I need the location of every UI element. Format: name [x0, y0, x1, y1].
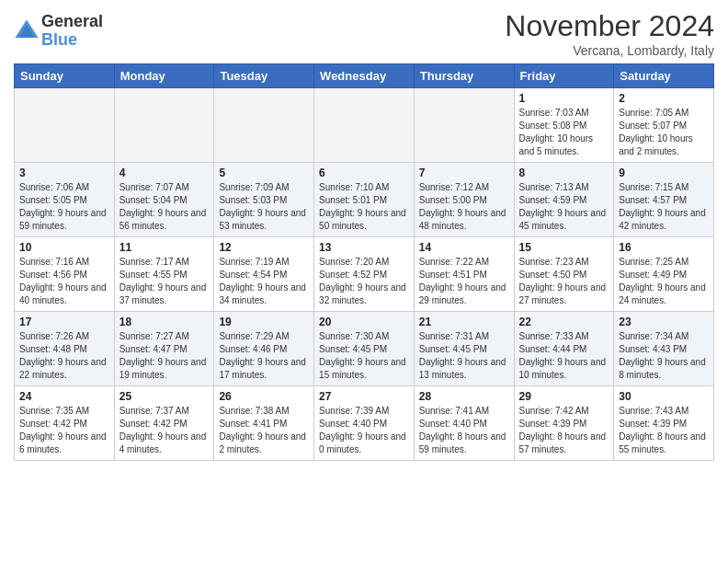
- day-info: Sunrise: 7:16 AM Sunset: 4:56 PM Dayligh…: [19, 256, 109, 307]
- day-number: 15: [519, 241, 609, 254]
- table-row: [314, 88, 415, 163]
- calendar-week-row: 3Sunrise: 7:06 AM Sunset: 5:05 PM Daylig…: [15, 163, 714, 237]
- col-friday: Friday: [514, 64, 614, 88]
- table-row: 6Sunrise: 7:10 AM Sunset: 5:01 PM Daylig…: [314, 163, 415, 237]
- day-info: Sunrise: 7:12 AM Sunset: 5:00 PM Dayligh…: [419, 181, 509, 233]
- table-row: 7Sunrise: 7:12 AM Sunset: 5:00 PM Daylig…: [414, 163, 514, 237]
- table-row: [15, 88, 115, 163]
- day-info: Sunrise: 7:34 AM Sunset: 4:43 PM Dayligh…: [619, 330, 709, 382]
- table-row: 5Sunrise: 7:09 AM Sunset: 5:03 PM Daylig…: [214, 163, 314, 237]
- table-row: 10Sunrise: 7:16 AM Sunset: 4:56 PM Dayli…: [15, 237, 115, 312]
- day-number: 25: [119, 390, 210, 403]
- table-row: 16Sunrise: 7:25 AM Sunset: 4:49 PM Dayli…: [614, 237, 714, 312]
- col-tuesday: Tuesday: [214, 64, 314, 88]
- day-info: Sunrise: 7:20 AM Sunset: 4:52 PM Dayligh…: [319, 256, 409, 307]
- day-info: Sunrise: 7:17 AM Sunset: 4:55 PM Dayligh…: [119, 256, 210, 307]
- header: General Blue November 2024 Vercana, Lomb…: [14, 9, 714, 58]
- day-info: Sunrise: 7:05 AM Sunset: 5:07 PM Dayligh…: [619, 107, 709, 158]
- table-row: 17Sunrise: 7:26 AM Sunset: 4:48 PM Dayli…: [15, 312, 115, 386]
- day-number: 13: [319, 241, 409, 254]
- day-info: Sunrise: 7:09 AM Sunset: 5:03 PM Dayligh…: [219, 181, 309, 233]
- col-wednesday: Wednesday: [314, 64, 415, 88]
- day-number: 26: [219, 390, 309, 403]
- table-row: 20Sunrise: 7:30 AM Sunset: 4:45 PM Dayli…: [314, 312, 415, 386]
- day-number: 19: [219, 316, 309, 328]
- col-monday: Monday: [114, 64, 214, 88]
- day-info: Sunrise: 7:43 AM Sunset: 4:39 PM Dayligh…: [619, 405, 709, 456]
- day-number: 3: [19, 167, 109, 179]
- table-row: 2Sunrise: 7:05 AM Sunset: 5:07 PM Daylig…: [614, 88, 714, 163]
- day-number: 27: [319, 390, 409, 403]
- day-info: Sunrise: 7:42 AM Sunset: 4:39 PM Dayligh…: [519, 405, 609, 456]
- calendar-week-row: 17Sunrise: 7:26 AM Sunset: 4:48 PM Dayli…: [15, 312, 714, 386]
- day-number: 18: [119, 316, 210, 328]
- col-thursday: Thursday: [414, 64, 514, 88]
- logo-general-text: General: [41, 13, 103, 31]
- col-sunday: Sunday: [15, 64, 115, 88]
- table-row: 25Sunrise: 7:37 AM Sunset: 4:42 PM Dayli…: [114, 386, 214, 461]
- day-info: Sunrise: 7:39 AM Sunset: 4:40 PM Dayligh…: [319, 405, 409, 456]
- day-info: Sunrise: 7:06 AM Sunset: 5:05 PM Dayligh…: [19, 181, 109, 233]
- calendar-week-row: 10Sunrise: 7:16 AM Sunset: 4:56 PM Dayli…: [15, 237, 714, 312]
- day-number: 5: [219, 167, 309, 179]
- day-number: 21: [419, 316, 509, 328]
- table-row: 29Sunrise: 7:42 AM Sunset: 4:39 PM Dayli…: [514, 386, 614, 461]
- location-subtitle: Vercana, Lombardy, Italy: [505, 43, 714, 58]
- day-number: 10: [19, 241, 109, 254]
- table-row: 9Sunrise: 7:15 AM Sunset: 4:57 PM Daylig…: [614, 163, 714, 237]
- day-info: Sunrise: 7:30 AM Sunset: 4:45 PM Dayligh…: [319, 330, 409, 382]
- calendar-week-row: 24Sunrise: 7:35 AM Sunset: 4:42 PM Dayli…: [15, 386, 714, 461]
- day-number: 2: [619, 92, 709, 105]
- table-row: 18Sunrise: 7:27 AM Sunset: 4:47 PM Dayli…: [114, 312, 214, 386]
- title-block: November 2024 Vercana, Lombardy, Italy: [505, 9, 714, 58]
- day-number: 7: [419, 167, 509, 179]
- day-info: Sunrise: 7:26 AM Sunset: 4:48 PM Dayligh…: [19, 330, 109, 382]
- day-info: Sunrise: 7:41 AM Sunset: 4:40 PM Dayligh…: [419, 405, 509, 456]
- page: General Blue November 2024 Vercana, Lomb…: [0, 0, 728, 470]
- day-number: 4: [119, 167, 210, 179]
- day-number: 12: [219, 241, 309, 254]
- col-saturday: Saturday: [614, 64, 714, 88]
- logo-icon: [14, 18, 40, 44]
- table-row: 21Sunrise: 7:31 AM Sunset: 4:45 PM Dayli…: [414, 312, 514, 386]
- day-number: 24: [19, 390, 109, 403]
- table-row: [114, 88, 214, 163]
- day-info: Sunrise: 7:13 AM Sunset: 4:59 PM Dayligh…: [519, 181, 609, 233]
- table-row: 8Sunrise: 7:13 AM Sunset: 4:59 PM Daylig…: [514, 163, 614, 237]
- day-number: 28: [419, 390, 509, 403]
- table-row: 3Sunrise: 7:06 AM Sunset: 5:05 PM Daylig…: [15, 163, 115, 237]
- day-info: Sunrise: 7:31 AM Sunset: 4:45 PM Dayligh…: [419, 330, 509, 382]
- day-info: Sunrise: 7:25 AM Sunset: 4:49 PM Dayligh…: [619, 256, 709, 307]
- day-number: 11: [119, 241, 210, 254]
- table-row: 27Sunrise: 7:39 AM Sunset: 4:40 PM Dayli…: [314, 386, 415, 461]
- day-info: Sunrise: 7:23 AM Sunset: 4:50 PM Dayligh…: [519, 256, 609, 307]
- day-info: Sunrise: 7:35 AM Sunset: 4:42 PM Dayligh…: [19, 405, 109, 456]
- day-number: 9: [619, 167, 709, 179]
- table-row: 22Sunrise: 7:33 AM Sunset: 4:44 PM Dayli…: [514, 312, 614, 386]
- table-row: 26Sunrise: 7:38 AM Sunset: 4:41 PM Dayli…: [214, 386, 314, 461]
- table-row: 28Sunrise: 7:41 AM Sunset: 4:40 PM Dayli…: [414, 386, 514, 461]
- day-number: 16: [619, 241, 709, 254]
- day-info: Sunrise: 7:22 AM Sunset: 4:51 PM Dayligh…: [419, 256, 509, 307]
- day-number: 23: [619, 316, 709, 328]
- day-info: Sunrise: 7:27 AM Sunset: 4:47 PM Dayligh…: [119, 330, 210, 382]
- calendar-header-row: Sunday Monday Tuesday Wednesday Thursday…: [15, 64, 714, 88]
- day-number: 1: [519, 92, 609, 105]
- day-info: Sunrise: 7:37 AM Sunset: 4:42 PM Dayligh…: [119, 405, 210, 456]
- day-number: 8: [519, 167, 609, 179]
- table-row: 11Sunrise: 7:17 AM Sunset: 4:55 PM Dayli…: [114, 237, 214, 312]
- table-row: 1Sunrise: 7:03 AM Sunset: 5:08 PM Daylig…: [514, 88, 614, 163]
- table-row: 4Sunrise: 7:07 AM Sunset: 5:04 PM Daylig…: [114, 163, 214, 237]
- day-number: 6: [319, 167, 409, 179]
- day-info: Sunrise: 7:07 AM Sunset: 5:04 PM Dayligh…: [119, 181, 210, 233]
- day-info: Sunrise: 7:33 AM Sunset: 4:44 PM Dayligh…: [519, 330, 609, 382]
- table-row: 12Sunrise: 7:19 AM Sunset: 4:54 PM Dayli…: [214, 237, 314, 312]
- table-row: 13Sunrise: 7:20 AM Sunset: 4:52 PM Dayli…: [314, 237, 415, 312]
- table-row: [214, 88, 314, 163]
- table-row: 30Sunrise: 7:43 AM Sunset: 4:39 PM Dayli…: [614, 386, 714, 461]
- logo-blue-text: Blue: [41, 31, 103, 50]
- logo: General Blue: [14, 13, 103, 50]
- day-number: 22: [519, 316, 609, 328]
- day-info: Sunrise: 7:38 AM Sunset: 4:41 PM Dayligh…: [219, 405, 309, 456]
- month-title: November 2024: [505, 9, 714, 43]
